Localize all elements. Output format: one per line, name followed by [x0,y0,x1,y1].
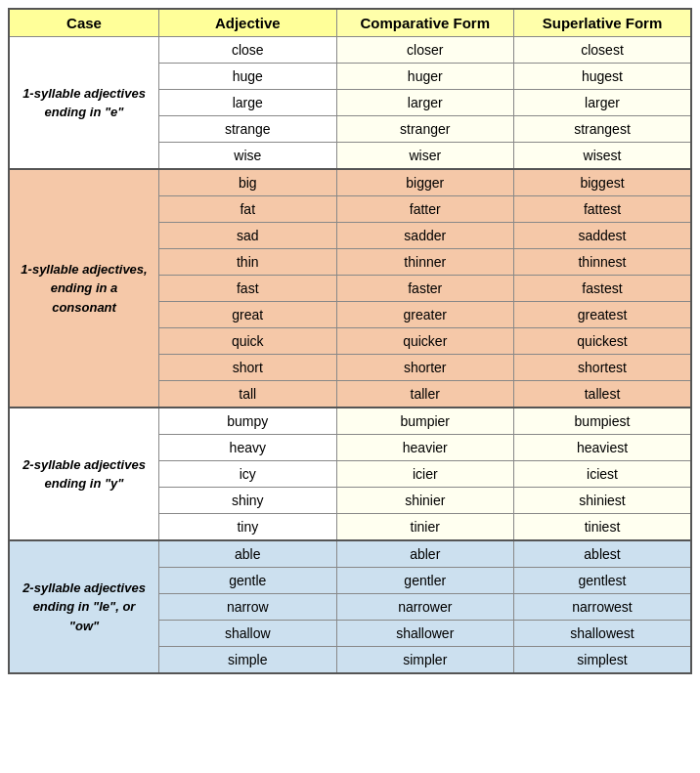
header-superlative: Superlative Form [513,9,691,37]
superlative-cell: ablest [513,540,691,568]
comparative-cell: narrower [336,594,513,621]
comparative-cell: shorter [336,355,513,381]
header-comparative: Comparative Form [336,9,513,37]
comparative-cell: heavier [336,435,513,461]
adjective-cell: strange [159,116,336,143]
adjective-cell: icy [159,461,336,488]
comparative-cell: closer [336,37,513,64]
table-row: 2-syllable adjectives ending in "le", or… [9,540,691,568]
comparative-cell: greater [336,302,513,328]
comparative-cell: bumpier [336,408,513,435]
comparative-cell: stranger [336,116,513,143]
comparative-cell: quicker [336,328,513,355]
comparative-cell: larger [336,90,513,116]
adjective-cell: close [159,37,336,64]
table-row: 2-syllable adjectives ending in "y"bumpy… [9,408,691,435]
adjective-cell: heavy [159,435,336,461]
superlative-cell: tallest [513,381,691,408]
comparative-cell: shallower [336,621,513,647]
superlative-cell: simplest [513,647,691,674]
adjective-cell: great [159,302,336,328]
case-cell: 1-syllable adjectives ending in "e" [9,37,159,170]
adjective-cell: short [159,355,336,381]
adjective-cell: narrow [159,594,336,621]
adjective-cell: sad [159,223,336,249]
comparative-cell: abler [336,540,513,568]
superlative-cell: quickest [513,328,691,355]
comparative-cell: huger [336,64,513,90]
superlative-cell: thinnest [513,249,691,276]
comparative-cell: gentler [336,568,513,594]
adjective-cell: wise [159,143,336,170]
adjective-cell: quick [159,328,336,355]
superlative-cell: closest [513,37,691,64]
superlative-cell: biggest [513,169,691,196]
comparative-cell: shinier [336,488,513,514]
adjective-cell: big [159,169,336,196]
adjective-cell: large [159,90,336,116]
table-row: 1-syllable adjectives ending in "e"close… [9,37,691,64]
header-case: Case [9,9,159,37]
adjective-cell: simple [159,647,336,674]
superlative-cell: hugest [513,64,691,90]
adjective-cell: able [159,540,336,568]
superlative-cell: larger [513,90,691,116]
superlative-cell: bumpiest [513,408,691,435]
comparative-cell: wiser [336,143,513,170]
superlative-cell: gentlest [513,568,691,594]
case-cell: 2-syllable adjectives ending in "y" [9,408,159,540]
comparative-cell: fatter [336,196,513,223]
comparative-cell: icier [336,461,513,488]
adjective-cell: gentle [159,568,336,594]
adjective-cell: bumpy [159,408,336,435]
case-cell: 2-syllable adjectives ending in "le", or… [9,540,159,673]
adjective-cell: tiny [159,514,336,541]
superlative-cell: shallowest [513,621,691,647]
superlative-cell: wisest [513,143,691,170]
adjective-table: Case Adjective Comparative Form Superlat… [8,8,692,674]
superlative-cell: greatest [513,302,691,328]
superlative-cell: saddest [513,223,691,249]
adjective-cell: shiny [159,488,336,514]
comparative-cell: tinier [336,514,513,541]
adjective-cell: thin [159,249,336,276]
comparative-cell: simpler [336,647,513,674]
adjective-cell: huge [159,64,336,90]
superlative-cell: fattest [513,196,691,223]
case-cell: 1-syllable adjectives, ending in a conso… [9,169,159,408]
superlative-cell: strangest [513,116,691,143]
adjective-cell: tall [159,381,336,408]
adjective-cell: shallow [159,621,336,647]
adjective-cell: fat [159,196,336,223]
superlative-cell: tiniest [513,514,691,541]
comparative-cell: faster [336,276,513,302]
table-row: 1-syllable adjectives, ending in a conso… [9,169,691,196]
superlative-cell: shiniest [513,488,691,514]
superlative-cell: fastest [513,276,691,302]
comparative-cell: thinner [336,249,513,276]
superlative-cell: shortest [513,355,691,381]
comparative-cell: bigger [336,169,513,196]
adjective-cell: fast [159,276,336,302]
header-adjective: Adjective [159,9,336,37]
comparative-cell: taller [336,381,513,408]
superlative-cell: narrowest [513,594,691,621]
comparative-cell: sadder [336,223,513,249]
superlative-cell: iciest [513,461,691,488]
superlative-cell: heaviest [513,435,691,461]
